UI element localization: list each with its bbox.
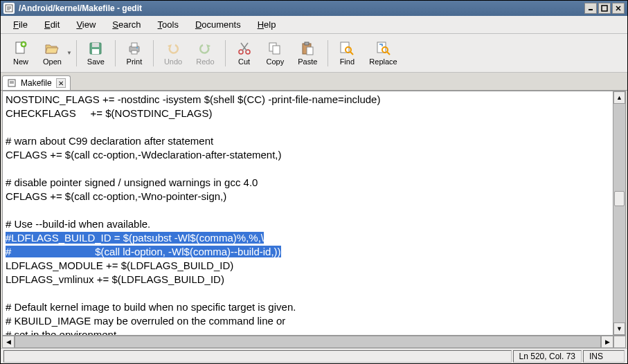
replace-icon <box>375 40 392 57</box>
print-icon <box>126 40 143 57</box>
redo-button[interactable]: Redo <box>190 38 220 68</box>
copy-icon <box>267 40 283 57</box>
hscroll-track[interactable] <box>15 336 601 348</box>
find-button[interactable]: Find <box>332 38 361 68</box>
save-icon <box>87 40 104 57</box>
save-button[interactable]: Save <box>81 38 111 68</box>
scroll-down-button[interactable]: ▼ <box>613 322 625 335</box>
svg-rect-13 <box>92 43 99 47</box>
separator <box>76 40 77 66</box>
find-icon <box>339 40 355 57</box>
scroll-thumb[interactable] <box>614 191 625 206</box>
svg-rect-27 <box>307 47 313 55</box>
statusbar: Ln 520, Col. 73 INS <box>1 348 627 363</box>
menubar: File Edit View Search Tools Documents He… <box>1 16 627 34</box>
redo-label: Redo <box>196 57 214 66</box>
cursor-position: Ln 520, Col. 73 <box>513 350 582 363</box>
cut-label: Cut <box>238 57 250 66</box>
svg-rect-26 <box>305 42 309 45</box>
vertical-scrollbar[interactable]: ▲ ▼ <box>613 91 625 335</box>
window-controls <box>584 3 625 14</box>
svg-rect-16 <box>132 43 137 47</box>
svg-rect-14 <box>92 49 99 54</box>
menu-file[interactable]: File <box>6 18 35 31</box>
file-icon <box>7 78 17 88</box>
insert-mode: INS <box>583 350 625 363</box>
svg-rect-17 <box>132 51 137 54</box>
menu-tools[interactable]: Tools <box>151 18 186 31</box>
find-label: Find <box>340 57 355 66</box>
titlebar: /Android/kernel/Makefile - gedit <box>1 1 627 16</box>
tab-close-button[interactable]: ✕ <box>56 78 66 88</box>
separator <box>328 40 328 66</box>
separator <box>225 40 226 66</box>
undo-icon <box>165 40 181 57</box>
selected-text: # $(call ld-option, -Wl$(comma)--build-i… <box>6 246 281 257</box>
paste-icon <box>299 40 316 57</box>
print-label: Print <box>127 57 143 66</box>
selected-text: #LDFLAGS_BUILD_ID = $(patsubst -Wl$(comm… <box>6 232 264 244</box>
paste-label: Paste <box>298 57 317 66</box>
undo-label: Undo <box>164 57 182 66</box>
replace-button[interactable]: Replace <box>363 38 403 68</box>
paste-button[interactable]: Paste <box>291 38 323 68</box>
scroll-left-button[interactable]: ◀ <box>2 336 15 348</box>
replace-label: Replace <box>369 57 397 66</box>
scroll-track[interactable] <box>613 104 625 322</box>
menu-documents[interactable]: Documents <box>188 18 248 31</box>
menu-edit[interactable]: Edit <box>37 18 66 31</box>
svg-rect-24 <box>273 46 280 54</box>
minimize-button[interactable] <box>584 3 597 14</box>
editor-area: NOSTDINC_FLAGS += -nostdinc -isystem $(s… <box>2 91 626 336</box>
redo-icon <box>197 40 213 57</box>
tab-label: Makefile <box>21 78 52 88</box>
horizontal-scrollbar[interactable]: ◀ ▶ <box>2 336 626 348</box>
separator <box>115 40 116 66</box>
new-button[interactable]: New <box>6 38 35 68</box>
window-title: /Android/kernel/Makefile - gedit <box>19 3 584 13</box>
toolbar: New Open ▼ Save Print Undo Redo Cut Copy… <box>1 34 627 73</box>
maximize-button[interactable] <box>598 3 611 14</box>
svg-line-33 <box>387 52 390 55</box>
copy-button[interactable]: Copy <box>260 38 291 68</box>
menu-help[interactable]: Help <box>251 18 283 31</box>
open-dropdown[interactable]: ▼ <box>66 50 72 56</box>
separator <box>153 40 154 66</box>
text-editor[interactable]: NOSTDINC_FLAGS += -nostdinc -isystem $(s… <box>3 91 613 335</box>
scroll-corner <box>613 336 626 348</box>
menu-view[interactable]: View <box>69 18 102 31</box>
app-icon <box>3 3 15 14</box>
tab-makefile[interactable]: Makefile ✕ <box>2 75 71 90</box>
svg-point-18 <box>136 47 138 48</box>
new-label: New <box>13 57 28 66</box>
open-label: Open <box>43 57 62 66</box>
new-icon <box>12 40 29 57</box>
cut-button[interactable]: Cut <box>230 38 259 68</box>
undo-button[interactable]: Undo <box>158 38 188 68</box>
open-icon <box>44 40 60 57</box>
svg-rect-5 <box>602 6 607 11</box>
save-label: Save <box>87 57 105 66</box>
status-message <box>3 350 512 363</box>
svg-line-30 <box>350 52 353 55</box>
close-button[interactable] <box>612 3 625 14</box>
tabbar: Makefile ✕ <box>1 73 627 91</box>
scroll-up-button[interactable]: ▲ <box>613 91 625 104</box>
print-button[interactable]: Print <box>120 38 149 68</box>
scroll-right-button[interactable]: ▶ <box>601 336 613 348</box>
cut-icon <box>236 40 253 57</box>
menu-search[interactable]: Search <box>105 18 147 31</box>
open-button[interactable]: Open <box>37 38 68 68</box>
copy-label: Copy <box>267 57 285 66</box>
